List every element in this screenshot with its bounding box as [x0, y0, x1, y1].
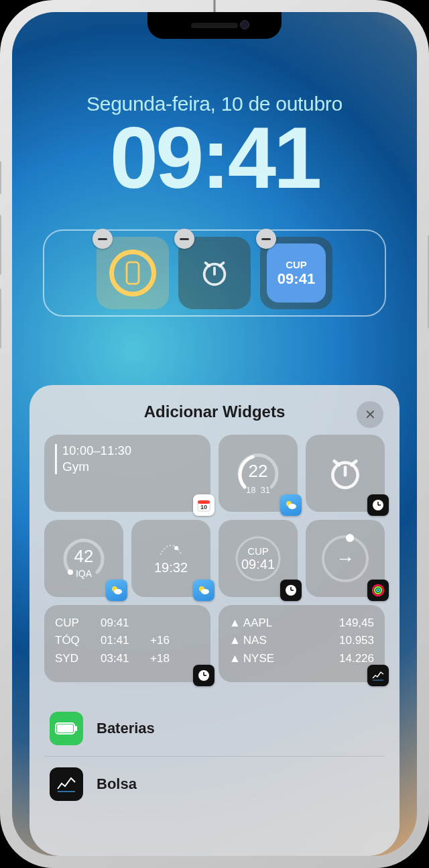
weather-app-icon — [106, 580, 127, 601]
clock-row: TÓQ 01:41 +16 — [55, 632, 200, 649]
tray-widget-alarm[interactable] — [178, 237, 251, 309]
tray-widget-battery[interactable] — [97, 237, 169, 309]
widget-suggestions-grid: 10:00–11:30 Gym 10 22 18 31 — [44, 435, 385, 682]
suggestion-weather-temp[interactable]: 22 18 31 — [219, 435, 298, 512]
svg-point-19 — [114, 589, 122, 594]
sunset-time: 19:32 — [154, 560, 188, 576]
remove-widget-button[interactable] — [93, 229, 113, 249]
add-widgets-sheet: Adicionar Widgets ✕ 10:00–11:30 Gym 10 — [29, 385, 400, 856]
activity-ring-icon: → — [322, 535, 369, 582]
screen: Segunda-feira, 10 de outubro 09:41 CUP — [12, 12, 417, 856]
svg-point-23 — [237, 537, 280, 580]
svg-rect-36 — [75, 726, 77, 731]
sunset-icon — [158, 541, 184, 557]
aqi-gauge-icon: 42 IQA — [58, 533, 109, 584]
batteries-app-icon — [50, 712, 83, 745]
suggestion-sunset[interactable]: 19:32 — [131, 520, 210, 597]
city-time: 09:41 — [278, 270, 315, 288]
suggestion-world-clock-single[interactable]: CUP 09:41 — [219, 520, 298, 597]
notch — [147, 12, 282, 39]
stocks-app-icon — [50, 767, 83, 801]
clock-app-icon — [280, 580, 302, 601]
stocks-app-icon — [367, 665, 389, 686]
suggestion-world-clock-list[interactable]: CUP 09:41 TÓQ 01:41 +16 SYD 03:41 + — [44, 605, 210, 682]
tray-widget-world-clock[interactable]: CUP 09:41 — [260, 237, 332, 309]
svg-rect-35 — [57, 724, 73, 733]
volume-up-button — [0, 215, 1, 275]
svg-line-4 — [220, 263, 224, 266]
svg-point-9 — [288, 504, 296, 509]
sheet-title: Adicionar Widgets — [144, 402, 285, 421]
phone-frame: Segunda-feira, 10 de outubro 09:41 CUP — [0, 0, 429, 868]
app-category-label: Baterias — [97, 720, 155, 737]
suggestion-stocks[interactable]: ▲AAPL 149,45 ▲NAS 10.953 ▲NYSE 14.226 — [219, 605, 385, 682]
arrow-right-icon: → — [336, 548, 355, 569]
clock-app-icon — [367, 494, 389, 516]
svg-rect-0 — [127, 262, 139, 284]
app-category-stocks[interactable]: Bolsa — [44, 757, 385, 812]
fitness-app-icon — [367, 580, 389, 601]
stock-row: ▲AAPL 149,45 — [229, 614, 374, 632]
remove-widget-button[interactable] — [174, 229, 194, 249]
circle-frame-icon — [233, 533, 284, 584]
lock-screen-clock[interactable]: Segunda-feira, 10 de outubro 09:41 — [12, 93, 417, 201]
front-camera — [240, 20, 249, 30]
stock-row: ▲NAS 10.953 — [229, 632, 374, 649]
suggestion-air-quality[interactable]: 42 IQA — [44, 520, 123, 597]
calendar-app-icon: 10 — [193, 494, 214, 516]
event-name: Gym — [62, 459, 131, 474]
event-time-range: 10:00–11:30 — [62, 444, 131, 458]
svg-point-22 — [201, 589, 209, 594]
svg-line-3 — [206, 263, 210, 266]
city-label: CUP — [286, 259, 307, 270]
clock-app-icon — [193, 665, 214, 686]
svg-point-28 — [375, 587, 381, 594]
stock-row: ▲NYSE 14.226 — [229, 650, 374, 667]
suggestion-fitness[interactable]: → — [306, 520, 385, 597]
app-category-label: Bolsa — [97, 775, 137, 793]
svg-line-12 — [334, 461, 339, 465]
app-category-batteries[interactable]: Baterias — [44, 701, 385, 757]
alarm-clock-icon — [326, 455, 364, 492]
close-button[interactable]: ✕ — [357, 401, 383, 428]
temp-value: 22 — [249, 461, 268, 482]
svg-line-13 — [351, 461, 356, 465]
widget-tray[interactable]: CUP 09:41 — [43, 229, 386, 317]
weather-app-icon — [280, 494, 302, 516]
aqi-label: IQA — [58, 568, 109, 579]
time-label: 09:41 — [12, 114, 417, 201]
suggestion-alarm[interactable] — [306, 435, 385, 512]
svg-text:10: 10 — [200, 504, 207, 510]
alarm-clock-icon — [198, 256, 231, 290]
svg-point-20 — [174, 546, 178, 550]
battery-ring-icon — [109, 250, 156, 296]
world-clock-tile: CUP 09:41 — [267, 243, 326, 303]
clock-row: CUP 09:41 — [55, 614, 200, 632]
volume-down-button — [0, 288, 1, 349]
app-category-list: Baterias Bolsa — [44, 701, 385, 812]
weather-app-icon — [193, 580, 214, 601]
close-icon: ✕ — [365, 406, 376, 423]
suggestion-calendar-event[interactable]: 10:00–11:30 Gym 10 — [44, 435, 210, 512]
temp-gauge-icon: 22 18 31 — [233, 448, 284, 499]
remove-widget-button[interactable] — [256, 229, 276, 249]
aqi-value: 42 — [74, 546, 94, 567]
svg-point-29 — [377, 589, 379, 592]
mute-switch — [0, 161, 1, 195]
clock-row: SYD 03:41 +18 — [55, 650, 200, 667]
